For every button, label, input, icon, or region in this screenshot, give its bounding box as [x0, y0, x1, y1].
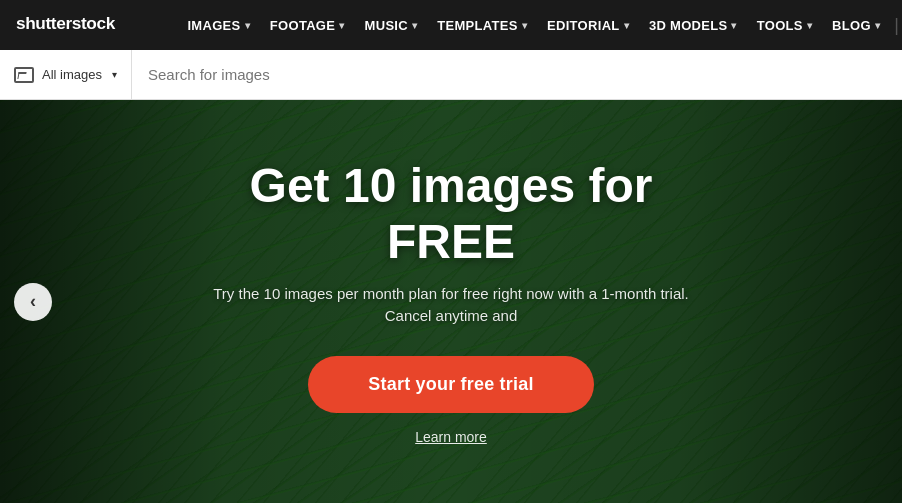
nav-divider: |	[890, 15, 902, 36]
nav-item-music[interactable]: MUSIC ▾	[355, 0, 428, 50]
nav-item-3dmodels[interactable]: 3D MODELS ▾	[639, 0, 747, 50]
chevron-down-icon: ▾	[112, 69, 117, 80]
chevron-down-icon: ▾	[339, 20, 344, 31]
learn-more-link[interactable]: Learn more	[415, 429, 487, 445]
start-free-trial-button[interactable]: Start your free trial	[308, 356, 593, 413]
logo[interactable]: shutterstock	[16, 12, 157, 38]
chevron-down-icon: ▾	[245, 20, 250, 31]
hero-title: Get 10 images for FREE	[200, 158, 702, 268]
hero-content: Get 10 images for FREE Try the 10 images…	[0, 100, 902, 503]
nav-item-images[interactable]: IMAGES ▾	[177, 0, 259, 50]
svg-text:shutterstock: shutterstock	[16, 13, 116, 33]
nav-item-templates[interactable]: TEMPLATES ▾	[427, 0, 537, 50]
chevron-down-icon: ▾	[875, 20, 880, 31]
hero-section: ‹ Get 10 images for FREE Try the 10 imag…	[0, 100, 902, 503]
nav-item-blog[interactable]: BLOG ▾	[822, 0, 890, 50]
image-type-icon	[14, 67, 34, 83]
nav-item-editorial[interactable]: EDITORIAL ▾	[537, 0, 639, 50]
chevron-down-icon: ▾	[731, 20, 736, 31]
search-filter-label: All images	[42, 67, 102, 82]
search-bar: All images ▾	[0, 50, 902, 100]
chevron-down-icon: ▾	[624, 20, 629, 31]
search-filter-dropdown[interactable]: All images ▾	[0, 50, 132, 99]
nav-item-footage[interactable]: FOOTAGE ▾	[260, 0, 355, 50]
chevron-down-icon: ▾	[412, 20, 417, 31]
chevron-down-icon: ▾	[522, 20, 527, 31]
nav-bar: shutterstock IMAGES ▾ FOOTAGE ▾ MUSIC ▾ …	[0, 0, 902, 50]
chevron-down-icon: ▾	[807, 20, 812, 31]
search-input[interactable]	[132, 50, 902, 99]
nav-item-tools[interactable]: TOOLS ▾	[747, 0, 822, 50]
hero-prev-button[interactable]: ‹	[14, 283, 52, 321]
hero-subtitle: Try the 10 images per month plan for fre…	[200, 283, 702, 328]
nav-links: IMAGES ▾ FOOTAGE ▾ MUSIC ▾ TEMPLATES ▾ E…	[177, 0, 902, 50]
